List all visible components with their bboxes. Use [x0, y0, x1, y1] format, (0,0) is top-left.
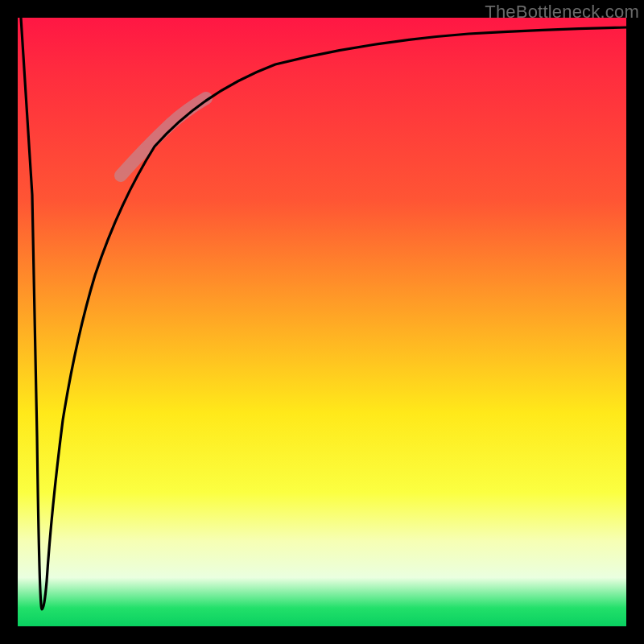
chart-frame: TheBottleneck.com — [0, 0, 644, 644]
curve-line — [21, 18, 626, 609]
watermark-text: TheBottleneck.com — [485, 2, 639, 23]
chart-svg — [18, 18, 626, 626]
